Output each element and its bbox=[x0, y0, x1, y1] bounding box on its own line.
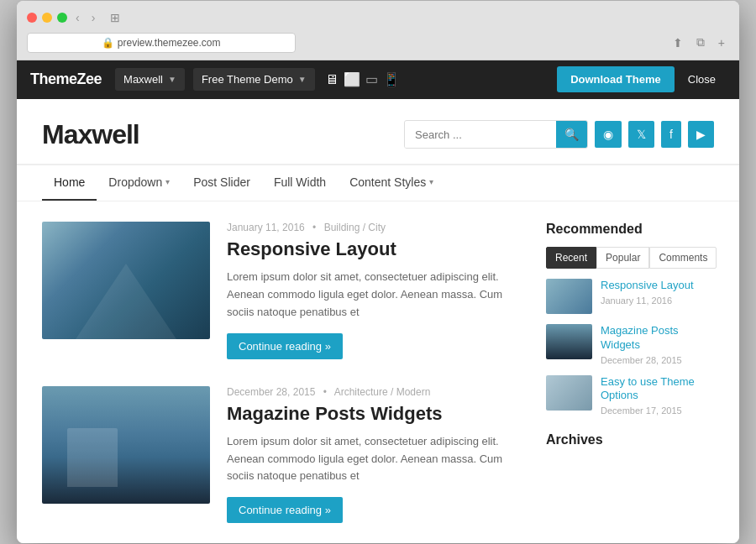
content-area: January 11, 2016 • Building / City Respo… bbox=[17, 201, 739, 544]
site-nav: Home Dropdown ▾ Post Slider Full Width C… bbox=[17, 165, 739, 201]
nav-item-dropdown[interactable]: Dropdown ▾ bbox=[97, 165, 181, 201]
header-right: 🔍 ◉ 𝕏 f ▶ bbox=[404, 120, 714, 149]
meta-separator-2: • bbox=[323, 386, 327, 398]
sidebar-post-2: Magazine Posts Widgets December 28, 2015 bbox=[546, 324, 714, 365]
sidebar-post-3: Easy to use Theme Options December 17, 2… bbox=[546, 375, 714, 416]
facebook-button[interactable]: f bbox=[661, 121, 681, 148]
sidebar-post-info-2: Magazine Posts Widgets December 28, 2015 bbox=[601, 324, 714, 365]
site-logo: ThemeZee bbox=[30, 71, 102, 88]
archives-title: Archives bbox=[546, 432, 714, 447]
share-button[interactable]: ⬆ bbox=[669, 34, 687, 51]
browser-controls: ‹ › ⊞ bbox=[27, 9, 729, 26]
main-posts: January 11, 2016 • Building / City Respo… bbox=[42, 222, 526, 524]
post-content-1: January 11, 2016 • Building / City Respo… bbox=[227, 222, 526, 359]
site-title: Maxwell bbox=[42, 119, 139, 150]
nav-label-content-styles: Content Styles bbox=[349, 175, 426, 189]
back-button[interactable]: ‹ bbox=[72, 9, 83, 26]
search-button[interactable]: 🔍 bbox=[556, 121, 587, 148]
post-item-2: December 28, 2015 • Architecture / Moder… bbox=[42, 386, 526, 524]
post-excerpt-1: Lorem ipsum dolor sit amet, consectetuer… bbox=[227, 269, 526, 321]
nav-label-full-width: Full Width bbox=[274, 175, 326, 189]
post-meta-1: January 11, 2016 • Building / City bbox=[227, 222, 526, 233]
youtube-icon: ▶ bbox=[696, 128, 706, 141]
post-image-1 bbox=[42, 222, 210, 339]
download-button[interactable]: Download Theme bbox=[557, 66, 675, 92]
sidebar-tabs: Recent Popular Comments bbox=[546, 247, 714, 269]
maximize-dot[interactable] bbox=[57, 13, 67, 23]
sidebar-post-title-1[interactable]: Responsive Layout bbox=[601, 279, 714, 293]
facebook-icon: f bbox=[669, 128, 673, 141]
sidebar-post-date-3: December 17, 2015 bbox=[601, 405, 714, 416]
mobile-icon[interactable]: 📱 bbox=[383, 71, 400, 87]
browser-window: ‹ › ⊞ 🔒 preview.themezee.com ⬆ ⧉ + Theme… bbox=[17, 1, 739, 544]
sidebar-recommended: Recommended Recent Popular Comments Resp… bbox=[546, 222, 714, 416]
nav-label-home: Home bbox=[54, 175, 85, 189]
read-more-button-1[interactable]: Continue reading » bbox=[227, 333, 343, 359]
dropdown-arrow-icon: ▾ bbox=[165, 177, 170, 186]
demo-selector[interactable]: Free Theme Demo ▼ bbox=[193, 68, 315, 91]
post-date-2: December 28, 2015 bbox=[227, 386, 315, 398]
close-button[interactable]: Close bbox=[678, 66, 726, 92]
nav-label-post-slider: Post Slider bbox=[193, 175, 250, 189]
nav-label-dropdown: Dropdown bbox=[108, 175, 162, 189]
desktop-icon[interactable]: 🖥 bbox=[325, 72, 339, 87]
theme-selector-label: Maxwell bbox=[123, 73, 163, 86]
tablet-icon[interactable]: ▭ bbox=[365, 71, 378, 87]
post-content-2: December 28, 2015 • Architecture / Moder… bbox=[227, 386, 526, 524]
address-bar[interactable]: 🔒 preview.themezee.com bbox=[27, 33, 296, 53]
nav-item-content-styles[interactable]: Content Styles ▾ bbox=[338, 165, 445, 201]
demo-selector-arrow: ▼ bbox=[298, 75, 307, 84]
demo-selector-label: Free Theme Demo bbox=[202, 73, 293, 86]
sidebar-recommended-title: Recommended bbox=[546, 222, 714, 237]
twitter-button[interactable]: 𝕏 bbox=[628, 121, 654, 148]
address-bar-row: 🔒 preview.themezee.com ⬆ ⧉ + bbox=[27, 33, 729, 53]
theme-selector[interactable]: Maxwell ▼ bbox=[115, 68, 185, 91]
sidebar-post-date-2: December 28, 2015 bbox=[601, 355, 714, 365]
close-dot[interactable] bbox=[27, 13, 37, 23]
sidebar-post-info-1: Responsive Layout January 11, 2016 bbox=[601, 279, 714, 306]
post-meta-2: December 28, 2015 • Architecture / Moder… bbox=[227, 386, 526, 398]
tab-comments[interactable]: Comments bbox=[649, 247, 717, 269]
nav-item-home[interactable]: Home bbox=[42, 165, 97, 201]
rss-icon: ◉ bbox=[603, 128, 613, 141]
content-styles-arrow-icon: ▾ bbox=[429, 177, 433, 186]
youtube-button[interactable]: ▶ bbox=[688, 121, 714, 148]
sidebar-post-img-2 bbox=[546, 324, 592, 359]
tab-icon: ⊞ bbox=[110, 11, 120, 24]
theme-selector-arrow: ▼ bbox=[168, 75, 176, 84]
tab-popular[interactable]: Popular bbox=[596, 247, 649, 269]
meta-separator-1: • bbox=[312, 222, 316, 233]
rss-button[interactable]: ◉ bbox=[595, 121, 622, 148]
search-input[interactable] bbox=[405, 122, 556, 148]
browser-actions: ⬆ ⧉ + bbox=[669, 34, 729, 51]
sidebar-post-title-3[interactable]: Easy to use Theme Options bbox=[601, 375, 714, 404]
forward-button[interactable]: › bbox=[88, 9, 99, 26]
lock-icon: 🔒 bbox=[102, 37, 117, 49]
twitter-icon: 𝕏 bbox=[637, 128, 646, 141]
sidebar-post-info-3: Easy to use Theme Options December 17, 2… bbox=[601, 375, 714, 416]
post-date-1: January 11, 2016 bbox=[227, 222, 305, 233]
sidebar: Recommended Recent Popular Comments Resp… bbox=[546, 222, 714, 524]
tab-recent[interactable]: Recent bbox=[546, 247, 596, 269]
sidebar-post-date-1: January 11, 2016 bbox=[601, 296, 714, 306]
laptop-icon[interactable]: ⬜ bbox=[344, 71, 360, 87]
post-title-2[interactable]: Magazine Posts Widgets bbox=[227, 403, 526, 425]
post-category-2: Architecture / Modern bbox=[334, 386, 431, 398]
read-more-button-2[interactable]: Continue reading » bbox=[227, 497, 343, 523]
nav-item-post-slider[interactable]: Post Slider bbox=[181, 165, 262, 201]
sidebar-post-img-3 bbox=[546, 375, 592, 411]
post-item: January 11, 2016 • Building / City Respo… bbox=[42, 222, 526, 359]
sidebar-post-img-1 bbox=[546, 279, 592, 314]
sidebar-post-1: Responsive Layout January 11, 2016 bbox=[546, 279, 714, 314]
search-box: 🔍 bbox=[404, 120, 588, 149]
post-excerpt-2: Lorem ipsum dolor sit amet, consectetuer… bbox=[227, 433, 526, 485]
new-tab-button[interactable]: ⧉ bbox=[692, 34, 709, 51]
sidebar-post-title-2[interactable]: Magazine Posts Widgets bbox=[601, 324, 714, 353]
website-content: Maxwell 🔍 ◉ 𝕏 f ▶ bbox=[17, 99, 739, 544]
add-tab-button[interactable]: + bbox=[714, 34, 729, 51]
minimize-dot[interactable] bbox=[42, 13, 52, 23]
site-toolbar: ThemeZee Maxwell ▼ Free Theme Demo ▼ 🖥 ⬜… bbox=[17, 60, 739, 99]
post-title-1[interactable]: Responsive Layout bbox=[227, 238, 526, 260]
post-category-1: Building / City bbox=[324, 222, 386, 233]
nav-item-full-width[interactable]: Full Width bbox=[262, 165, 338, 201]
